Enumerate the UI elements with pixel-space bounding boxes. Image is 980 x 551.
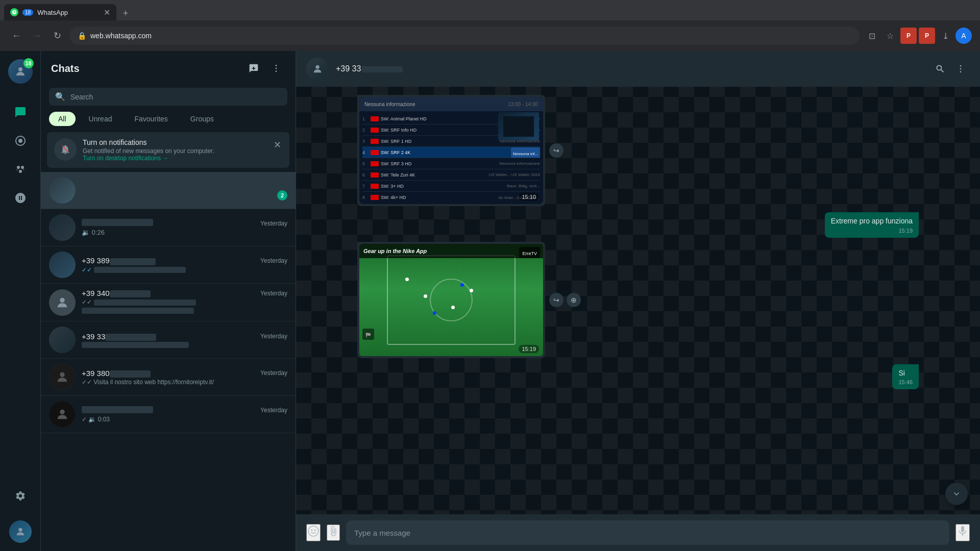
emoji-button[interactable] bbox=[306, 524, 321, 541]
chat-info: Yesterday ✓ 🔉 0:03 bbox=[82, 406, 287, 423]
chats-header-actions bbox=[244, 59, 285, 78]
search-input[interactable] bbox=[70, 93, 281, 101]
chat-item[interactable]: +39 33 Yesterday bbox=[41, 321, 296, 359]
chat-item[interactable]: 2 bbox=[41, 172, 296, 209]
chat-header-info: +39 33 bbox=[336, 64, 924, 73]
chat-name: +39 389 bbox=[82, 256, 156, 265]
chat-item[interactable]: +39 380 Yesterday ✓✓ Visita il nostro si… bbox=[41, 359, 296, 396]
chat-info: Yesterday 🔉 0:26 bbox=[82, 219, 287, 236]
chat-top: +39 340 Yesterday bbox=[82, 289, 287, 297]
user-avatar[interactable]: 18 bbox=[8, 59, 33, 84]
chat-name bbox=[82, 406, 153, 415]
nav-channels-icon[interactable] bbox=[8, 186, 33, 210]
chat-top: +39 389 Yesterday bbox=[82, 256, 287, 265]
browser-toolbar: ← → ↻ 🔒 web.whatsapp.com ⊡ ☆ P P ⤓ A bbox=[0, 20, 980, 51]
nav-communities-icon[interactable] bbox=[8, 157, 33, 182]
unread-badge: 2 bbox=[277, 190, 287, 201]
chat-bottom: 🔉 0:26 bbox=[82, 229, 287, 236]
svg-point-18 bbox=[960, 71, 962, 73]
chat-preview: ✓✓ bbox=[82, 298, 196, 306]
svg-point-13 bbox=[60, 372, 64, 377]
svg-point-15 bbox=[315, 65, 319, 69]
address-bar[interactable]: 🔒 web.whatsapp.com bbox=[69, 27, 860, 45]
svg-point-8 bbox=[276, 65, 277, 66]
notification-title: Turn on notifications bbox=[83, 138, 266, 146]
notification-banner: Turn on notifications Get notified of ne… bbox=[47, 132, 289, 168]
filter-groups[interactable]: Groups bbox=[181, 112, 223, 126]
filter-unread[interactable]: Unread bbox=[80, 112, 121, 126]
chat-name bbox=[82, 219, 153, 228]
chat-header-avatar[interactable] bbox=[306, 58, 329, 80]
nav-status-icon[interactable] bbox=[8, 129, 33, 153]
message-sent: Si 15:46 bbox=[892, 364, 919, 390]
filter-favourites[interactable]: Favourites bbox=[125, 112, 177, 126]
bookmark-icon[interactable]: ☆ bbox=[882, 28, 898, 44]
extensions-icon-2[interactable]: P bbox=[919, 28, 935, 44]
chat-bottom: ✓✓ bbox=[82, 266, 287, 273]
chats-menu-button[interactable] bbox=[267, 59, 285, 78]
profile-icon[interactable]: A bbox=[955, 28, 972, 44]
chat-item[interactable]: +39 389 Yesterday ✓✓ bbox=[41, 246, 296, 284]
chats-panel: Chats 🔍 All Unread Favourites Groups bbox=[41, 51, 296, 551]
filter-tabs: All Unread Favourites Groups bbox=[41, 110, 296, 130]
chat-item[interactable]: Yesterday 🔉 0:26 bbox=[41, 209, 296, 246]
svg-point-5 bbox=[21, 166, 24, 169]
refresh-button[interactable]: ↻ bbox=[49, 28, 65, 44]
chat-time: Yesterday bbox=[260, 407, 287, 414]
svg-point-6 bbox=[19, 170, 22, 173]
downloads-icon[interactable]: ⤓ bbox=[937, 28, 953, 44]
notification-link[interactable]: Turn on desktop notifications → bbox=[83, 155, 266, 162]
chat-preview: ✓✓ Visita il nostro sito web https://for… bbox=[82, 379, 214, 386]
notification-content: Turn on notifications Get notified of ne… bbox=[83, 138, 266, 162]
chat-item[interactable]: Yesterday ✓ 🔉 0:03 bbox=[41, 396, 296, 433]
chat-avatar bbox=[49, 364, 76, 390]
chat-preview: ✓ 🔉 0:03 bbox=[82, 416, 110, 423]
mic-button[interactable] bbox=[955, 524, 970, 541]
svg-point-14 bbox=[60, 410, 64, 414]
chat-bottom: ✓ 🔉 0:03 bbox=[82, 416, 287, 423]
notification-icon bbox=[54, 138, 77, 161]
search-messages-button[interactable] bbox=[931, 60, 949, 78]
chat-item[interactable]: +39 340 Yesterday ✓✓ bbox=[41, 284, 296, 321]
filter-all[interactable]: All bbox=[49, 112, 76, 126]
chat-info: +39 340 Yesterday ✓✓ bbox=[82, 289, 287, 316]
nav-chats-icon[interactable] bbox=[8, 100, 33, 124]
nav-settings-icon[interactable] bbox=[8, 484, 33, 508]
chat-avatar bbox=[49, 252, 76, 278]
close-tab-button[interactable]: ✕ bbox=[104, 8, 110, 17]
back-button[interactable]: ← bbox=[8, 28, 24, 44]
svg-point-12 bbox=[60, 297, 64, 302]
message-input[interactable] bbox=[346, 520, 949, 545]
svg-point-19 bbox=[308, 526, 318, 536]
new-chat-button[interactable] bbox=[244, 59, 263, 78]
message-meta: 15:46 bbox=[898, 379, 913, 385]
notification-close-button[interactable]: ✕ bbox=[273, 138, 282, 152]
attach-button[interactable] bbox=[327, 524, 340, 541]
chat-name bbox=[82, 181, 163, 189]
chat-time: Yesterday bbox=[260, 369, 287, 377]
message-received: Gear up in the Nike App ErreTV 🏁 15:19 bbox=[357, 242, 545, 358]
bottom-user-avatar[interactable] bbox=[9, 520, 32, 543]
chat-header-actions bbox=[931, 60, 970, 78]
cast-icon[interactable]: ⊡ bbox=[864, 28, 880, 44]
react-button[interactable]: ↪ bbox=[549, 293, 564, 307]
chat-menu-button[interactable] bbox=[951, 60, 970, 78]
message-input-area bbox=[296, 514, 980, 551]
chat-time: Yesterday bbox=[260, 220, 287, 227]
chat-name: +39 340 bbox=[82, 289, 151, 297]
more-options-button[interactable]: ⊕ bbox=[567, 293, 581, 307]
new-tab-button[interactable]: + bbox=[118, 6, 133, 20]
message-time: 15:46 bbox=[898, 379, 913, 385]
chat-name: +39 380 bbox=[82, 369, 151, 378]
chat-header: +39 33 bbox=[296, 51, 980, 87]
react-button[interactable]: ↪ bbox=[549, 143, 564, 158]
extensions-icon[interactable]: P bbox=[900, 28, 917, 44]
tab-badge: 18 bbox=[22, 9, 33, 16]
svg-point-7 bbox=[18, 528, 22, 532]
active-tab[interactable]: 18 WhatsApp ✕ bbox=[4, 4, 116, 20]
scroll-to-bottom-button[interactable] bbox=[945, 483, 968, 505]
nav-badge: 18 bbox=[23, 58, 34, 68]
forward-button[interactable]: → bbox=[29, 28, 45, 44]
svg-point-10 bbox=[276, 71, 277, 72]
search-bar[interactable]: 🔍 bbox=[49, 88, 287, 106]
